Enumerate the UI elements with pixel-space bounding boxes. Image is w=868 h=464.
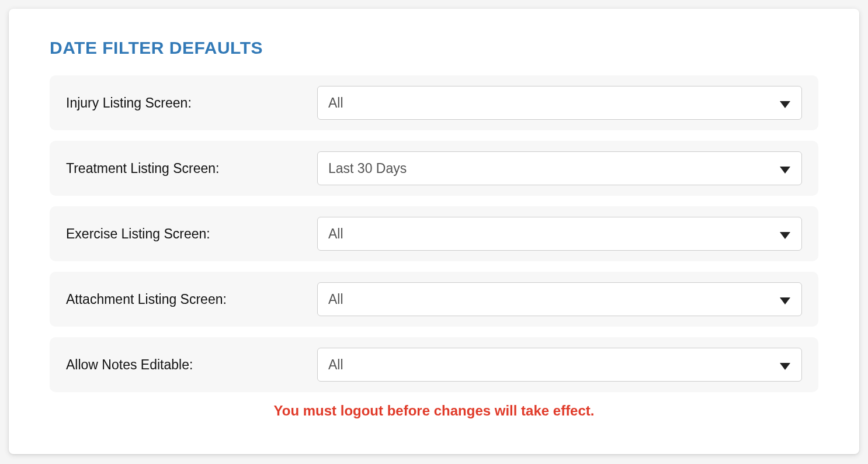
allow-notes-editable-select-wrapper: All [317, 348, 802, 382]
date-filter-defaults-card: DATE FILTER DEFAULTS Injury Listing Scre… [9, 9, 859, 454]
form-row-injury-listing: Injury Listing Screen: All [50, 75, 818, 130]
treatment-listing-select-wrapper: Last 30 Days [317, 151, 802, 185]
allow-notes-editable-select[interactable]: All [317, 348, 802, 382]
injury-listing-select-wrapper: All [317, 86, 802, 120]
section-title: DATE FILTER DEFAULTS [50, 38, 818, 58]
allow-notes-editable-label: Allow Notes Editable: [66, 357, 317, 373]
form-row-attachment-listing: Attachment Listing Screen: All [50, 272, 818, 327]
attachment-listing-select-wrapper: All [317, 282, 802, 316]
attachment-listing-select[interactable]: All [317, 282, 802, 316]
exercise-listing-select[interactable]: All [317, 217, 802, 251]
treatment-listing-select[interactable]: Last 30 Days [317, 151, 802, 185]
exercise-listing-label: Exercise Listing Screen: [66, 226, 317, 242]
form-row-exercise-listing: Exercise Listing Screen: All [50, 206, 818, 261]
form-row-treatment-listing: Treatment Listing Screen: Last 30 Days [50, 141, 818, 196]
injury-listing-label: Injury Listing Screen: [66, 95, 317, 111]
treatment-listing-label: Treatment Listing Screen: [66, 161, 317, 176]
exercise-listing-select-wrapper: All [317, 217, 802, 251]
injury-listing-select[interactable]: All [317, 86, 802, 120]
form-row-allow-notes-editable: Allow Notes Editable: All [50, 337, 818, 392]
logout-warning: You must logout before changes will take… [50, 403, 818, 419]
attachment-listing-label: Attachment Listing Screen: [66, 292, 317, 307]
